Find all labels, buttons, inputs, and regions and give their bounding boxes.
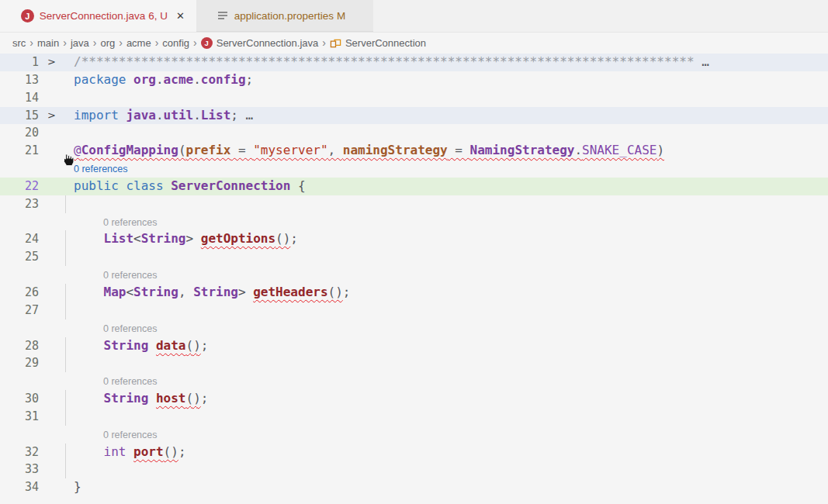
gutter: 20 — [0, 124, 74, 142]
line-number — [0, 372, 39, 390]
fold-chevron-icon[interactable]: > — [39, 107, 74, 125]
line-number — [0, 213, 39, 231]
breadcrumb-label: main — [37, 37, 59, 49]
code-line: 27 — [0, 302, 828, 319]
gutter: 15> — [0, 107, 74, 125]
code-line: 30 String host(); — [0, 390, 828, 408]
line-number: 28 — [0, 337, 39, 355]
line-content: Map<String, String> getHeaders(); — [74, 284, 828, 302]
tab-application-properties[interactable]: application.propertiesM — [196, 0, 373, 32]
fold-gutter — [39, 230, 74, 248]
code-token: import — [74, 108, 126, 123]
code-token: , — [328, 143, 343, 157]
code-token: List — [104, 231, 134, 246]
codelens-references-link[interactable]: 0 references — [103, 270, 157, 281]
code-token: . — [193, 108, 201, 123]
code-token: > — [186, 231, 201, 246]
fold-gutter — [39, 337, 74, 355]
line-number: 23 — [0, 195, 39, 213]
gutter — [0, 372, 74, 390]
line-number: 14 — [0, 89, 39, 107]
breadcrumb: src›main›java›org›acme›config›JServerCon… — [0, 33, 828, 53]
error-squiggle-region: getOptions() — [201, 231, 291, 246]
line-number: 31 — [0, 408, 39, 426]
fold-gutter — [39, 408, 74, 426]
indent-guide — [65, 248, 66, 266]
code-token — [126, 444, 133, 459]
breadcrumb-item-main[interactable]: main — [37, 37, 59, 49]
class-symbol-icon — [330, 37, 341, 49]
line-number: 24 — [0, 230, 39, 248]
line-content: String host(); — [74, 390, 828, 408]
code-token: package — [74, 72, 133, 87]
code-line: 21@ConfigMapping(prefix = "myserver", na… — [0, 142, 828, 160]
editor-code-area: 1>/*************************************… — [0, 53, 828, 504]
line-content: /***************************************… — [74, 54, 828, 71]
gutter: 14 — [0, 89, 74, 107]
indent-guide — [65, 461, 66, 478]
tab-serverconnection-java[interactable]: JServerConnection.java6, U✕ — [0, 0, 196, 32]
breadcrumb-item-serverconnection-java[interactable]: JServerConnection.java — [201, 37, 319, 49]
code-token: () — [186, 338, 201, 353]
code-token — [74, 338, 104, 353]
gutter: 27 — [0, 302, 74, 319]
code-token: NamingStrategy — [470, 143, 575, 157]
breadcrumb-item-config[interactable]: config — [162, 37, 189, 49]
indent-guide — [65, 337, 66, 355]
fold-gutter — [39, 178, 74, 195]
line-number: 27 — [0, 302, 39, 319]
line-content: 0 references — [74, 319, 828, 337]
breadcrumb-item-java[interactable]: java — [71, 37, 89, 49]
fold-gutter — [39, 142, 74, 160]
code-line: 32 int port(); — [0, 444, 828, 461]
code-token: String — [133, 285, 178, 299]
breadcrumb-label: ServerConnection.java — [217, 37, 319, 49]
line-number: 20 — [0, 124, 39, 142]
breadcrumb-item-acme[interactable]: acme — [126, 37, 151, 49]
chevron-right-icon: › — [29, 36, 33, 49]
code-token: () — [275, 231, 290, 246]
code-line: 15>import java.util.List; … — [0, 107, 828, 125]
error-squiggle-region: getHeaders() — [253, 285, 343, 299]
code-token: = — [448, 143, 470, 157]
code-token: { — [290, 178, 305, 193]
gutter: 21 — [0, 142, 74, 160]
properties-file-icon — [218, 10, 229, 21]
code-token: . — [574, 143, 582, 157]
breadcrumb-label: src — [12, 37, 26, 49]
code-token: . — [193, 72, 201, 87]
fold-gutter — [39, 319, 74, 337]
gutter: 32 — [0, 444, 74, 461]
code-token: Map — [104, 285, 126, 299]
code-token: < — [126, 285, 133, 299]
line-content — [74, 461, 828, 478]
codelens-references-link[interactable]: 0 references — [103, 376, 157, 387]
code-line: 34} — [0, 478, 828, 496]
tab-status-badge: M — [337, 10, 345, 22]
code-token — [74, 285, 104, 299]
line-content — [74, 195, 828, 213]
code-token: port — [133, 444, 164, 459]
line-content: 0 references — [74, 372, 828, 390]
line-number: 29 — [0, 354, 39, 372]
breadcrumb-item-org[interactable]: org — [100, 37, 115, 49]
line-content: } — [74, 478, 828, 496]
codelens-references-link[interactable]: 0 references — [103, 217, 157, 228]
line-content: 0 references — [74, 213, 828, 231]
codelens-references-link[interactable]: 0 references — [74, 164, 127, 174]
codelens-references-link[interactable]: 0 references — [103, 430, 157, 440]
codelens-references-link[interactable]: 0 references — [103, 323, 157, 334]
close-icon[interactable]: ✕ — [174, 9, 187, 23]
breadcrumb-item-serverconnection[interactable]: ServerConnection — [330, 37, 426, 49]
gutter: 28 — [0, 337, 74, 355]
code-token: "myserver" — [253, 143, 327, 157]
breadcrumb-item-src[interactable]: src — [12, 37, 26, 49]
chevron-right-icon: › — [63, 36, 67, 49]
fold-gutter — [39, 478, 74, 496]
breadcrumb-label: acme — [126, 37, 151, 49]
gutter: 30 — [0, 390, 74, 408]
fold-chevron-icon[interactable]: > — [39, 54, 74, 71]
gutter: 13 — [0, 71, 74, 89]
code-line: 33 — [0, 461, 828, 478]
gutter: 33 — [0, 461, 74, 478]
